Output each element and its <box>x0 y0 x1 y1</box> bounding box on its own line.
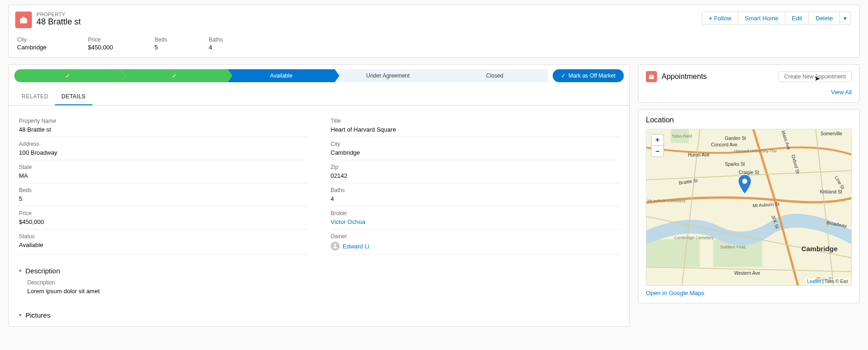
record-title: 48 Brattle st <box>36 17 81 27</box>
map-label: Western Ave <box>734 271 760 276</box>
map-label: Harvard University-The <box>734 149 777 153</box>
section-description: ▾ Description Description Lorem ipsum do… <box>9 259 629 304</box>
map-label: Sparks St <box>725 162 745 167</box>
broker-link[interactable]: Victor Ochoa <box>331 218 619 225</box>
create-appointment-button[interactable]: Create New Appointment <box>778 71 852 82</box>
field-zip: Zip 02142 <box>331 160 619 183</box>
check-icon: ✓ <box>561 72 566 79</box>
map-attribution: Leaflet | Tiles © Esri <box>806 278 850 284</box>
zoom-in-button[interactable]: + <box>651 134 663 145</box>
record-type-label: PROPERTY <box>36 12 81 17</box>
field-beds: Beds 5 <box>19 183 307 206</box>
mark-off-market-button[interactable]: ✓ Mark as Off Market <box>553 69 624 82</box>
zoom-out-button[interactable]: − <box>651 145 663 157</box>
field-status: Status Available <box>19 229 307 255</box>
field-property-name: Property Name 48 Brattle st <box>19 114 307 137</box>
map-label: Somerville <box>820 131 842 136</box>
path-stage-closed[interactable]: Closed <box>441 69 548 82</box>
more-actions-button[interactable]: ▾ <box>840 12 851 25</box>
chevron-down-icon: ▾ <box>19 312 22 318</box>
check-icon: ✓ <box>65 72 70 79</box>
smart-home-button[interactable]: Smart Home <box>738 12 785 25</box>
delete-button[interactable]: Delete <box>809 12 840 25</box>
tab-details[interactable]: DETAILS <box>55 89 92 105</box>
property-object-icon <box>15 12 32 28</box>
section-toggle-pictures[interactable]: ▾ Pictures <box>19 308 619 322</box>
summary-city: City Cambridge <box>17 36 47 51</box>
summary-baths: Baths 4 <box>209 36 223 51</box>
svg-point-0 <box>334 244 337 246</box>
record-tabs: RELATED DETAILS <box>9 89 629 106</box>
path-stage-under-agreement[interactable]: Under Agreement <box>335 69 441 82</box>
path-stage-complete-1[interactable]: ✓ <box>14 69 121 82</box>
avatar-icon <box>331 241 340 251</box>
plus-icon: + <box>709 15 712 22</box>
location-title: Location <box>646 116 852 124</box>
calendar-icon <box>646 71 657 82</box>
leaflet-link[interactable]: Leaflet <box>807 279 821 284</box>
field-owner: Owner Edward Li <box>331 229 619 255</box>
field-price: Price $450,000 <box>19 206 307 229</box>
path-stage-complete-2[interactable]: ✓ <box>121 69 228 82</box>
map-label: Concord Ave <box>711 142 737 147</box>
map-label: Huron Ave <box>688 152 710 157</box>
tab-related[interactable]: RELATED <box>15 89 55 105</box>
sales-path: ✓ ✓ Available Under Agreement Closed ✓ M… <box>9 65 629 87</box>
appointments-title: Appointments <box>662 72 707 81</box>
chevron-down-icon: ▾ <box>19 268 22 274</box>
map-label: Soldiers Field <box>720 245 746 249</box>
map-label: Mt Auburn Cemetery <box>647 199 686 203</box>
location-panel: Location <box>638 109 860 303</box>
field-title: Title Heart of Harvard Square <box>331 114 619 137</box>
detail-fields: Property Name 48 Brattle st Title Heart … <box>9 106 629 259</box>
open-google-maps-link[interactable]: Open in Google Maps <box>646 290 704 296</box>
follow-button[interactable]: + Follow <box>702 12 738 25</box>
summary-beds: Beds 5 <box>155 36 167 51</box>
field-state: State MA <box>19 160 307 183</box>
map-label: Craigie St <box>739 170 759 175</box>
view-all-link[interactable]: View All <box>831 89 852 96</box>
map-label: Cambridge Cemetery <box>674 235 714 240</box>
summary-price: Price $450,000 <box>88 36 113 51</box>
map-label: Garden St <box>725 136 746 141</box>
section-toggle-description[interactable]: ▾ Description <box>19 264 619 278</box>
svg-rect-3 <box>646 240 700 267</box>
main-panel: ✓ ✓ Available Under Agreement Closed ✓ M… <box>8 64 630 327</box>
check-icon: ✓ <box>172 72 177 79</box>
svg-rect-1 <box>649 75 654 79</box>
chevron-down-icon: ▾ <box>844 15 847 22</box>
map-label: Kirkland St <box>820 189 842 194</box>
edit-button[interactable]: Edit <box>785 12 809 25</box>
field-address: Address 100 Broadway <box>19 137 307 160</box>
field-baths: Baths 4 <box>331 183 619 206</box>
owner-link[interactable]: Edward Li <box>343 243 369 250</box>
map-zoom-control: + − <box>651 134 664 157</box>
header-actions: + Follow Smart Home Edit Delete ▾ <box>702 12 851 25</box>
record-header: PROPERTY 48 Brattle st + Follow Smart Ho… <box>8 5 860 58</box>
field-broker: Broker Victor Ochoa <box>331 206 619 229</box>
map-label: Tobin Field <box>672 134 692 139</box>
svg-point-6 <box>742 179 747 184</box>
path-stage-available[interactable]: Available <box>228 69 334 82</box>
map-marker-icon <box>738 175 751 195</box>
section-pictures: ▾ Pictures <box>9 304 629 326</box>
map-label-cambridge: Cambridge <box>802 245 838 253</box>
appointments-panel: Appointments Create New Appointment ➤ Vi… <box>638 64 860 103</box>
field-city: City Cambridge <box>331 137 619 160</box>
map[interactable]: + − Cambridge Mt Auburn St Concord Ave G… <box>646 129 852 286</box>
